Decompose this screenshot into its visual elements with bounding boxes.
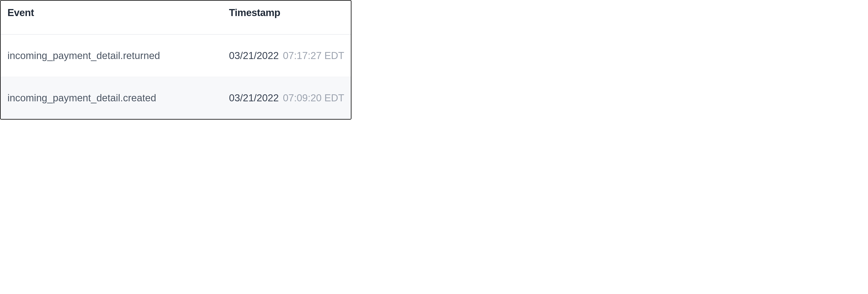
event-timestamp: 03/21/2022 07:17:27 EDT [229,50,344,61]
table-row[interactable]: incoming_payment_detail.created 03/21/20… [1,77,351,119]
column-header-event: Event [7,7,34,18]
column-header-timestamp: Timestamp [229,7,280,18]
table-body: incoming_payment_detail.returned 03/21/2… [1,35,351,119]
timestamp-time: 07:17:27 EDT [283,50,344,61]
event-name: incoming_payment_detail.returned [7,50,229,61]
event-name: incoming_payment_detail.created [7,92,229,104]
event-timestamp: 03/21/2022 07:09:20 EDT [229,92,344,104]
table-header-row: Event Timestamp [1,1,351,35]
timestamp-date: 03/21/2022 [229,50,279,61]
timestamp-time: 07:09:20 EDT [283,92,344,104]
table-row[interactable]: incoming_payment_detail.returned 03/21/2… [1,35,351,77]
timestamp-date: 03/21/2022 [229,92,279,104]
events-table: Event Timestamp incoming_payment_detail.… [0,0,351,120]
